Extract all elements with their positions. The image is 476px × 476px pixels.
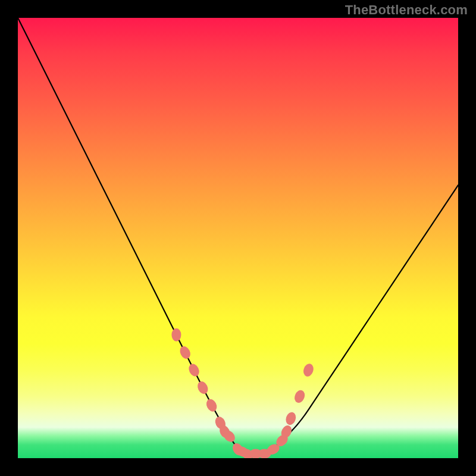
marker-point <box>178 345 192 361</box>
marker-point <box>196 380 210 396</box>
chart-frame: TheBottleneck.com <box>0 0 476 476</box>
marker-point <box>187 362 201 378</box>
marker-point <box>205 397 219 414</box>
highlighted-markers <box>171 328 315 458</box>
chart-svg <box>18 18 458 458</box>
marker-point <box>171 328 181 342</box>
marker-point <box>302 362 315 378</box>
marker-point <box>293 389 306 404</box>
plot-area <box>18 18 458 458</box>
watermark-text: TheBottleneck.com <box>345 2 468 18</box>
marker-point <box>284 411 298 426</box>
bottleneck-curve <box>18 18 458 454</box>
